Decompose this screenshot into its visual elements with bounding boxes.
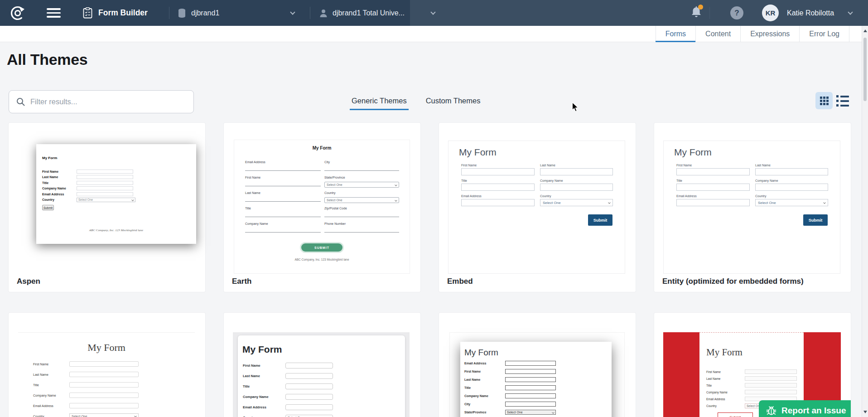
mini-form-fields: Email AddressFirst NameLast NameTitleCom…	[464, 361, 612, 417]
chevron-down-icon	[848, 10, 853, 15]
mini-label: City	[464, 402, 505, 406]
app-logo[interactable]	[9, 0, 26, 26]
account-dropdown-chevron[interactable]	[291, 0, 294, 26]
person-icon	[319, 9, 328, 18]
workspace-dropdown[interactable]: djbrand1 Total Unive...	[319, 0, 405, 26]
tab-generic-themes[interactable]: Generic Themes	[350, 91, 409, 110]
theme-name: Entity (optimized for embedded forms)	[662, 277, 804, 286]
user-avatar[interactable]: KR	[762, 0, 779, 26]
list-view-button[interactable]	[836, 95, 850, 107]
mini-label: Title	[243, 384, 285, 388]
mini-form-row: First Name	[464, 369, 612, 374]
mini-label: Email Address	[243, 405, 285, 409]
mini-input	[755, 184, 828, 191]
bell-icon	[690, 6, 702, 20]
mini-input	[245, 217, 321, 217]
tab-expressions[interactable]: Expressions	[740, 26, 799, 42]
theme-card-aspen[interactable]: My FormFirst NameLast NameTitleCompany N…	[9, 123, 205, 292]
mini-select-value: Select One	[327, 199, 342, 202]
mini-input	[755, 168, 828, 175]
workspace-dropdown-chevron[interactable]	[431, 0, 435, 26]
mini-label: Company Name	[540, 179, 613, 182]
theme-grid-row-1: My FormFirst NameLast NameTitleCompany N…	[9, 123, 851, 292]
mini-label: Phone Number	[324, 222, 399, 225]
mini-form-cell: Company Name	[540, 179, 613, 191]
mini-form-page: My FormFirst NameLast NameTitleCompany N…	[238, 335, 405, 417]
report-issue-button[interactable]: Report an Issue	[759, 400, 851, 417]
mini-form-cell: First Name	[245, 176, 321, 191]
mini-label: State/Province	[324, 176, 399, 179]
mini-form-fields: First NameLast NameTitleCompany NameEmai…	[461, 164, 625, 206]
mini-label: Title	[245, 207, 321, 210]
notification-badge	[698, 5, 703, 10]
page-title: All Themes	[7, 51, 87, 68]
help-button[interactable]: ?	[730, 0, 743, 26]
mini-label: Company Name	[706, 391, 745, 394]
tab-forms[interactable]: Forms	[656, 26, 695, 42]
scroll-up-arrow-icon[interactable]	[863, 29, 867, 32]
tab-content[interactable]: Content	[695, 26, 740, 42]
database-icon	[178, 8, 186, 18]
mini-form-row: Company Name	[42, 186, 135, 192]
mini-form-footer: ABC Company, Inc. 123 Mockingbird lane	[36, 228, 196, 232]
mini-input	[77, 175, 133, 179]
mini-input	[77, 170, 133, 174]
mini-label: Title	[706, 384, 745, 387]
user-menu[interactable]: Katie Robilotta	[787, 0, 834, 26]
mini-input	[77, 186, 133, 190]
mini-form-row: Company Name	[243, 394, 405, 400]
mini-form-fields: First NameLast NameTitleCompany NameEmai…	[33, 361, 195, 417]
mini-form-cell: CountrySelect One	[540, 194, 613, 206]
grid-view-button[interactable]	[815, 92, 833, 109]
mini-select: Select One	[69, 413, 139, 417]
mini-form-title: My Form	[459, 147, 625, 158]
mini-label: First Name	[706, 370, 745, 373]
mini-input	[505, 393, 556, 398]
theme-card-entity-optimized-for-embedded-forms[interactable]: My FormFirst NameLast NameTitleCompany N…	[654, 123, 851, 292]
tab-error-log[interactable]: Error Log	[799, 26, 849, 42]
mini-form-row: Title	[243, 383, 405, 389]
main-menu-button[interactable]	[47, 0, 61, 26]
mini-select: Select One	[77, 198, 135, 202]
mini-label: Title	[42, 181, 77, 184]
navbar-divider	[709, 7, 710, 19]
theme-card-embed[interactable]: My FormFirst NameLast NameTitleCompany N…	[439, 123, 636, 292]
mini-input	[69, 361, 139, 367]
mini-form-cell: Company Name	[245, 222, 321, 238]
vertical-scrollbar[interactable]	[862, 26, 868, 417]
tab-custom-themes[interactable]: Custom Themes	[424, 91, 482, 110]
theme-card-boxed_card[interactable]: My FormFirst NameLast NameTitleCompany N…	[224, 313, 420, 417]
mini-label: Company Name	[33, 394, 69, 397]
mini-select: Select One	[324, 182, 399, 188]
grid-icon	[820, 97, 829, 105]
mini-label: First Name	[42, 170, 77, 173]
product-home[interactable]: Form Builder	[83, 0, 148, 26]
mini-form-row: CountrySelect One	[243, 415, 405, 417]
mini-input	[461, 184, 535, 191]
chevron-down-icon	[430, 10, 435, 15]
account-dropdown[interactable]: djbrand1	[178, 0, 219, 26]
navbar-divider	[310, 7, 310, 19]
clipboard-check-icon	[83, 7, 92, 19]
scroll-down-arrow-icon[interactable]	[863, 411, 867, 413]
chevron-down-icon	[552, 411, 555, 414]
mini-form-cell: Zip/Postal Code	[324, 207, 399, 222]
theme-card-earth[interactable]: My FormEmail AddressCityFirst NameState/…	[224, 123, 420, 292]
avatar: KR	[762, 5, 779, 21]
mini-submit-button: Submit	[588, 214, 612, 226]
mini-label: Country	[755, 194, 828, 198]
notifications-button[interactable]	[690, 0, 702, 26]
chevron-down-icon	[823, 201, 826, 204]
mini-form-title: My Form	[234, 145, 410, 150]
mini-form-cell: State/ProvinceSelect One	[324, 176, 399, 191]
mini-input	[540, 168, 613, 175]
filter-input[interactable]	[30, 97, 180, 106]
theme-card-shadow_page[interactable]: My FormEmail AddressFirst NameLast NameT…	[439, 313, 636, 417]
mini-select: Select One	[505, 410, 556, 415]
scrollbar-thumb[interactable]	[863, 38, 867, 101]
user-menu-chevron[interactable]	[849, 0, 852, 26]
theme-card-serif_center[interactable]: My FormFirst NameLast NameTitleCompany N…	[9, 313, 205, 417]
mini-form-row: CountrySelect One	[33, 413, 195, 417]
mini-submit-button: SUBMIT	[301, 243, 342, 252]
mini-input	[245, 170, 321, 171]
